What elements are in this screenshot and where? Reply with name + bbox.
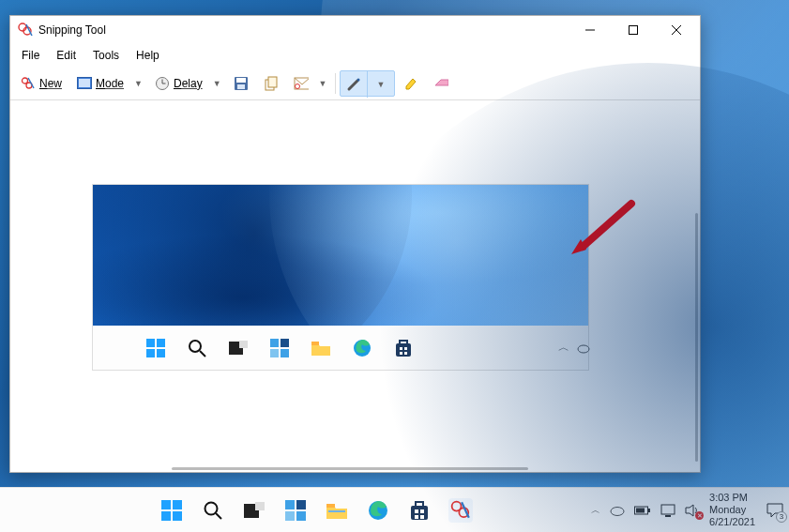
- volume-icon[interactable]: ✕: [685, 504, 700, 517]
- inner-search-icon: [187, 338, 207, 358]
- mode-dropdown-arrow[interactable]: ▼: [130, 70, 146, 97]
- new-label: New: [39, 77, 62, 90]
- svg-line-47: [583, 204, 631, 247]
- notifications-button[interactable]: 3: [765, 500, 785, 521]
- battery-icon[interactable]: [634, 505, 651, 516]
- snipping-tool-window: Snipping Tool File Edit Tools Help: [9, 15, 701, 473]
- copy-button[interactable]: [257, 70, 285, 97]
- annotation-arrow: [566, 198, 641, 273]
- svg-point-29: [190, 341, 201, 352]
- onedrive-icon[interactable]: [610, 505, 625, 516]
- svg-rect-32: [239, 341, 248, 348]
- store-button[interactable]: [407, 498, 432, 523]
- svg-point-45: [578, 345, 589, 353]
- pen-button[interactable]: [341, 71, 367, 98]
- svg-rect-37: [311, 342, 319, 345]
- pen-dropdown[interactable]: ▼: [367, 71, 395, 98]
- svg-rect-59: [296, 511, 306, 521]
- widgets-button[interactable]: [283, 498, 308, 523]
- svg-point-72: [611, 507, 624, 515]
- svg-point-7: [23, 78, 28, 84]
- svg-line-30: [200, 351, 205, 357]
- new-button[interactable]: New: [14, 70, 68, 97]
- inner-explorer-icon: [311, 338, 331, 358]
- svg-rect-19: [268, 77, 277, 87]
- svg-rect-16: [236, 78, 246, 83]
- svg-point-69: [451, 501, 461, 510]
- inner-tray-chevron-icon: ︿: [558, 340, 569, 356]
- clock-day: Monday: [709, 504, 755, 516]
- windows-taskbar: ︿ ✕ 3:03 PM Monday 6/21/2021 3: [0, 487, 789, 532]
- save-icon: [234, 76, 249, 91]
- menu-bar: File Edit Tools Help: [10, 44, 700, 67]
- svg-rect-60: [326, 504, 335, 508]
- svg-rect-43: [400, 352, 402, 355]
- menu-file[interactable]: File: [14, 47, 47, 64]
- svg-rect-49: [173, 500, 182, 509]
- svg-rect-64: [416, 502, 423, 507]
- delay-button[interactable]: Delay ▼: [148, 70, 225, 97]
- svg-point-70: [459, 508, 468, 517]
- mail-icon: [294, 76, 309, 91]
- network-icon[interactable]: [660, 504, 675, 517]
- clock[interactable]: 3:03 PM Monday 6/21/2021: [709, 492, 755, 529]
- svg-rect-33: [270, 339, 279, 347]
- inner-store-icon: [393, 338, 414, 358]
- system-tray: ︿ ✕ 3:03 PM Monday 6/21/2021 3: [591, 488, 785, 532]
- svg-rect-48: [161, 500, 171, 509]
- taskbar-search-button[interactable]: [201, 498, 225, 523]
- start-button[interactable]: [159, 498, 184, 523]
- snip-taskbar: ︿: [93, 326, 588, 370]
- svg-rect-67: [415, 515, 418, 519]
- edge-button[interactable]: [366, 498, 390, 523]
- minimize-button[interactable]: [569, 16, 612, 44]
- svg-point-52: [205, 502, 217, 514]
- close-button[interactable]: [655, 16, 698, 44]
- mode-button[interactable]: Mode ▼: [70, 70, 146, 97]
- snip-preview[interactable]: ︿: [93, 185, 588, 370]
- svg-rect-25: [146, 339, 155, 347]
- svg-rect-11: [79, 79, 90, 87]
- taskview-button[interactable]: [242, 498, 266, 523]
- svg-rect-51: [173, 511, 182, 521]
- svg-rect-34: [281, 339, 289, 347]
- scissors-icon: [21, 76, 36, 91]
- snip-wallpaper: [93, 185, 588, 326]
- toolbar-separator: [335, 73, 336, 94]
- svg-rect-39: [396, 343, 411, 357]
- title-bar[interactable]: Snipping Tool: [10, 16, 700, 44]
- svg-marker-46: [571, 239, 586, 254]
- menu-help[interactable]: Help: [129, 47, 167, 64]
- svg-line-53: [216, 513, 221, 519]
- delay-dropdown-arrow[interactable]: ▼: [209, 70, 225, 97]
- svg-rect-74: [648, 509, 650, 512]
- svg-rect-65: [415, 509, 418, 513]
- snipping-tool-taskbar-button[interactable]: [448, 498, 473, 523]
- svg-rect-44: [404, 352, 407, 355]
- window-controls: [569, 16, 698, 44]
- maximize-button[interactable]: [612, 16, 655, 44]
- svg-rect-4: [630, 26, 638, 35]
- svg-line-22: [349, 81, 357, 89]
- menu-edit[interactable]: Edit: [49, 47, 83, 64]
- send-button[interactable]: ▼: [287, 70, 331, 97]
- svg-point-38: [354, 340, 371, 357]
- save-button[interactable]: [227, 70, 255, 97]
- horizontal-scrollbar[interactable]: [172, 467, 528, 470]
- inner-tray: ︿: [558, 340, 590, 356]
- menu-tools[interactable]: Tools: [85, 47, 127, 64]
- highlighter-button[interactable]: [397, 70, 425, 97]
- inner-onedrive-icon: [577, 342, 590, 355]
- vertical-scrollbar[interactable]: [695, 213, 698, 462]
- svg-rect-61: [328, 510, 345, 512]
- svg-rect-76: [661, 505, 675, 514]
- svg-rect-28: [157, 349, 165, 357]
- toolbar: New Mode ▼ Delay ▼: [10, 67, 700, 100]
- svg-rect-17: [237, 84, 245, 89]
- tray-chevron-icon[interactable]: ︿: [591, 504, 600, 517]
- explorer-button[interactable]: [325, 498, 349, 523]
- send-dropdown-arrow[interactable]: ▼: [315, 70, 331, 97]
- eraser-button[interactable]: [427, 70, 455, 97]
- notification-count: 3: [776, 511, 787, 523]
- pen-dropdown-arrow: ▼: [373, 80, 389, 89]
